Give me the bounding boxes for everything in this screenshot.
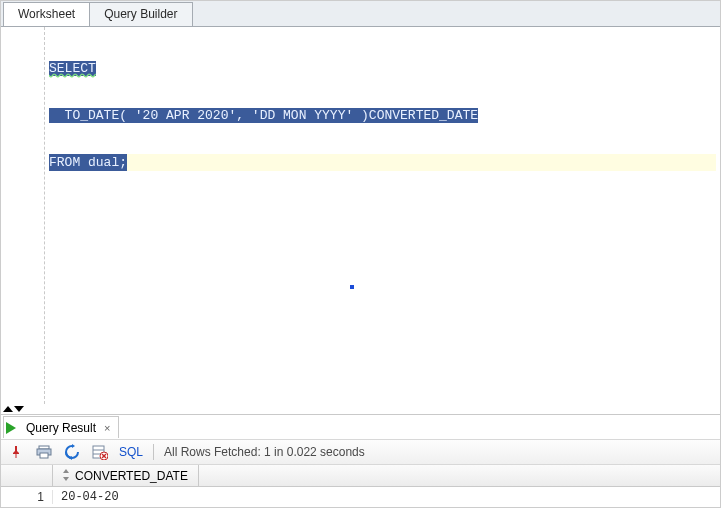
- toolbar-separator: [153, 444, 154, 460]
- delete-row-icon[interactable]: [91, 443, 109, 461]
- code-keyword-select: SELECT: [49, 61, 96, 76]
- play-icon: [6, 422, 16, 434]
- sort-icon: [61, 469, 71, 483]
- query-result-tab[interactable]: Query Result ×: [3, 416, 119, 438]
- pin-icon[interactable]: [7, 443, 25, 461]
- printer-icon[interactable]: [35, 443, 53, 461]
- close-icon[interactable]: ×: [102, 422, 112, 434]
- refresh-icon[interactable]: [63, 443, 81, 461]
- code-line-2: TO_DATE( '20 APR 2020', 'DD MON YYYY' )C…: [49, 108, 478, 123]
- row-number-header: [1, 465, 53, 486]
- row-number: 1: [1, 490, 53, 504]
- result-toolbar: SQL All Rows Fetched: 1 in 0.022 seconds: [1, 439, 720, 465]
- tab-worksheet[interactable]: Worksheet: [3, 2, 90, 26]
- pane-splitter[interactable]: [1, 404, 720, 414]
- svg-rect-2: [40, 453, 48, 458]
- line-number-gutter: [1, 27, 45, 404]
- cursor-dot: [350, 285, 354, 289]
- result-grid[interactable]: CONVERTED_DATE 1 20-04-20: [1, 465, 720, 507]
- splitter-up-icon: [3, 406, 13, 412]
- column-header-label: CONVERTED_DATE: [75, 469, 188, 483]
- sql-button[interactable]: SQL: [119, 445, 143, 459]
- tab-query-builder[interactable]: Query Builder: [89, 2, 192, 26]
- cell-converted-date[interactable]: 20-04-20: [53, 490, 127, 504]
- column-header-converted-date[interactable]: CONVERTED_DATE: [53, 465, 199, 486]
- editor-tabs: Worksheet Query Builder: [1, 1, 720, 27]
- query-result-label: Query Result: [26, 421, 96, 435]
- sql-editor[interactable]: SELECT TO_DATE( '20 APR 2020', 'DD MON Y…: [45, 27, 720, 404]
- code-line-3: FROM dual;: [49, 154, 127, 171]
- table-row[interactable]: 1 20-04-20: [1, 487, 720, 507]
- fetch-status: All Rows Fetched: 1 in 0.022 seconds: [164, 445, 365, 459]
- splitter-down-icon: [14, 406, 24, 412]
- grid-header: CONVERTED_DATE: [1, 465, 720, 487]
